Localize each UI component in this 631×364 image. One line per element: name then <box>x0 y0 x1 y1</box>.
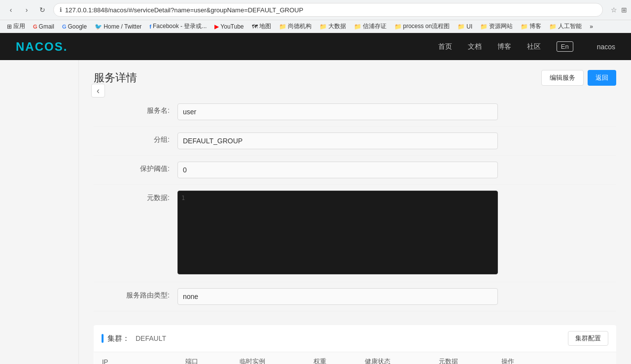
user-label: nacos <box>597 43 615 51</box>
bookmark-resources[interactable]: 📁 资源网站 <box>477 21 516 32</box>
twitter-icon: 🐦 <box>95 23 102 30</box>
bookmark-facebook[interactable]: f Facebook - 登录或... <box>146 21 210 32</box>
back-button[interactable]: ‹ <box>4 3 18 17</box>
nacos-nav: 首页 文档 博客 社区 En nacos <box>438 41 615 52</box>
metadata-editor[interactable] <box>177 191 498 274</box>
extensions-icon[interactable]: ⊞ <box>621 6 627 14</box>
bookmark-blog[interactable]: 📁 博客 <box>518 21 544 32</box>
cluster-config-button[interactable]: 集群配置 <box>568 331 608 346</box>
bookmark-google[interactable]: G Google <box>59 22 90 31</box>
bookmark-maps[interactable]: 🗺 地图 <box>249 21 274 32</box>
nacos-header: NACOS. 首页 文档 博客 社区 En nacos <box>0 33 631 60</box>
bookmark-label: process on流程图 <box>403 22 450 31</box>
bookmark-label: 博客 <box>529 22 541 31</box>
google-icon: G <box>62 24 67 30</box>
bookmark-ui[interactable]: 📁 UI <box>455 22 475 31</box>
bookmark-more[interactable]: » <box>587 22 596 31</box>
bookmark-label: 人工智能 <box>558 22 582 31</box>
maps-icon: 🗺 <box>252 23 258 30</box>
bookmark-label: 信浦存证 <box>363 22 386 31</box>
nav-home[interactable]: 首页 <box>438 42 452 51</box>
bookmark-label: Facebook - 登录或... <box>153 22 207 31</box>
bookmark-label: Google <box>68 23 87 30</box>
folder-icon: 📁 <box>480 23 488 30</box>
cluster-label: 集群： <box>107 334 130 343</box>
nav-buttons: ‹ › ↻ <box>4 3 49 17</box>
apps-icon: ⊞ <box>7 23 12 30</box>
page-actions: 编辑服务 返回 <box>541 70 616 86</box>
instance-table: IP 端口 临时实例 权重 健康状态 元数据 操作 10.1.0.173 810 <box>94 352 616 364</box>
browser-toolbar: ‹ › ↻ ℹ 127.0.0.1:8848/nacos/#/serviceDe… <box>0 0 631 20</box>
lang-switch-button[interactable]: En <box>557 41 573 52</box>
bookmark-shangde[interactable]: 📁 尚德机构 <box>276 21 315 32</box>
bookmark-label: 资源网站 <box>489 22 513 31</box>
col-port: 端口 <box>177 352 232 364</box>
bookmark-label: YouTube <box>220 23 244 30</box>
cluster-section: 集群： DEFAULT 集群配置 IP 端口 临时实例 权重 健康状态 元数据 <box>94 325 616 364</box>
edit-service-button[interactable]: 编辑服务 <box>541 70 584 86</box>
group-label: 分组: <box>94 132 177 144</box>
refresh-button[interactable]: ↻ <box>35 3 49 17</box>
route-type-field-wrapper <box>177 288 498 305</box>
more-icon: » <box>590 23 593 30</box>
table-header-row: IP 端口 临时实例 权重 健康状态 元数据 操作 <box>94 352 616 364</box>
bookmark-label: Home / Twitter <box>104 23 141 30</box>
route-type-input[interactable] <box>177 288 498 305</box>
logo-text: NACOS. <box>16 40 68 54</box>
browser-action-icons: ☆ ⊞ <box>611 6 627 14</box>
folder-icon: 📁 <box>354 23 361 30</box>
page-title-row: 服务详情 编辑服务 返回 <box>94 70 616 86</box>
service-name-label: 服务名: <box>94 103 177 115</box>
bookmark-twitter[interactable]: 🐦 Home / Twitter <box>92 22 144 31</box>
form-row-route: 服务路由类型: <box>94 282 616 311</box>
cluster-title: 集群： DEFAULT <box>102 334 166 343</box>
bookmark-gmail[interactable]: G Gmail <box>30 22 57 31</box>
cluster-header: 集群： DEFAULT 集群配置 <box>94 325 616 352</box>
folder-icon: 📁 <box>549 23 557 30</box>
bookmark-label: Gmail <box>39 23 54 30</box>
bookmark-ai[interactable]: 📁 人工智能 <box>546 21 585 32</box>
cluster-name: DEFAULT <box>136 334 166 342</box>
bookmark-processon[interactable]: 📁 process on流程图 <box>391 21 453 32</box>
youtube-icon: ▶ <box>214 23 219 30</box>
bookmark-youtube[interactable]: ▶ YouTube <box>211 22 246 31</box>
return-button[interactable]: 返回 <box>588 70 616 86</box>
address-bar[interactable]: ℹ 127.0.0.1:8848/nacos/#/serviceDetail?n… <box>53 3 603 17</box>
cluster-title-bar <box>102 334 104 343</box>
nav-blog[interactable]: 博客 <box>497 42 511 51</box>
folder-icon: 📁 <box>279 23 286 30</box>
threshold-field-wrapper <box>177 162 498 178</box>
bookmark-label: 应用 <box>13 22 25 31</box>
bookmark-xinpu[interactable]: 📁 信浦存证 <box>351 21 389 32</box>
bookmark-label: 尚德机构 <box>288 22 312 31</box>
metadata-editor-wrapper: 1 <box>177 191 498 276</box>
url-text: 127.0.0.1:8848/nacos/#/serviceDetail?nam… <box>65 6 303 14</box>
folder-icon: 📁 <box>457 23 465 30</box>
bookmark-apps[interactable]: ⊞ 应用 <box>4 21 28 32</box>
bookmark-bigdata[interactable]: 📁 大数据 <box>316 21 349 32</box>
group-field-wrapper <box>177 132 498 149</box>
threshold-input[interactable] <box>177 162 498 178</box>
nav-docs[interactable]: 文档 <box>468 42 482 51</box>
form-row-group: 分组: <box>94 127 616 156</box>
col-ephemeral: 临时实例 <box>232 352 306 364</box>
group-input[interactable] <box>177 132 498 149</box>
line-number: 1 <box>181 195 185 201</box>
star-icon[interactable]: ☆ <box>611 6 617 14</box>
service-form: 服务名: 分组: 保护阈值: <box>94 98 616 311</box>
service-name-field-wrapper <box>177 103 498 120</box>
col-actions: 操作 <box>493 352 616 364</box>
route-type-label: 服务路由类型: <box>94 288 177 300</box>
col-ip: IP <box>94 352 177 364</box>
bookmark-label: UI <box>466 23 472 30</box>
service-name-input[interactable] <box>177 103 498 120</box>
bookmarks-bar: ⊞ 应用 G Gmail G Google 🐦 Home / Twitter f… <box>0 20 631 33</box>
bookmark-label: 地图 <box>259 22 271 31</box>
nav-community[interactable]: 社区 <box>527 42 541 51</box>
bookmark-label: 大数据 <box>328 22 346 31</box>
back-button[interactable]: ‹ <box>91 84 105 98</box>
threshold-label: 保护阈值: <box>94 162 177 173</box>
form-row-metadata: 元数据: 1 <box>94 185 616 282</box>
forward-button[interactable]: › <box>20 3 34 17</box>
content-area: ‹ 服务详情 编辑服务 返回 服务名: <box>79 60 631 364</box>
